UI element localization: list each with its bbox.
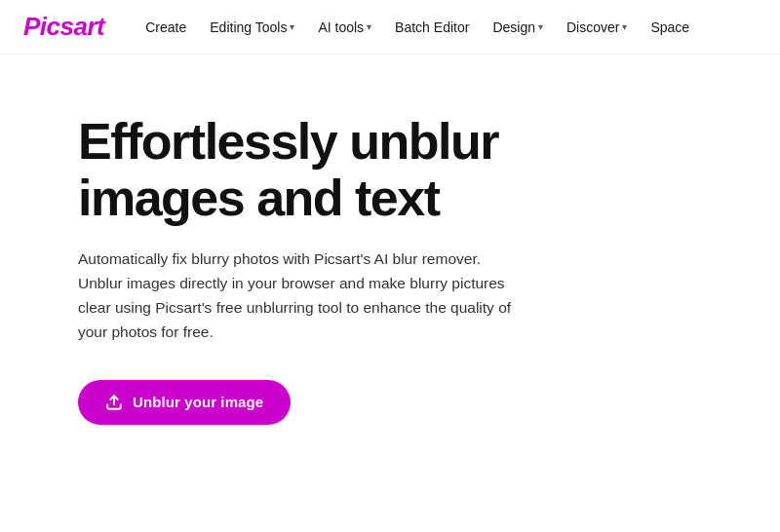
chevron-down-icon: ▾	[367, 21, 371, 32]
main-nav: Create Editing Tools ▾ AI tools ▾ Batch …	[136, 14, 757, 41]
site-header: Picsart Create Editing Tools ▾ AI tools …	[0, 0, 780, 55]
cta-label: Unblur your image	[133, 394, 263, 410]
nav-item-design[interactable]: Design ▾	[483, 14, 553, 41]
logo[interactable]: Picsart	[23, 12, 104, 42]
nav-item-ai-tools[interactable]: AI tools ▾	[308, 14, 381, 41]
hero-section: Effortlessly unblur images and text Auto…	[0, 55, 604, 464]
hero-description: Automatically fix blurry photos with Pic…	[78, 247, 526, 344]
chevron-down-icon: ▾	[622, 21, 627, 32]
upload-icon	[105, 394, 123, 411]
nav-item-create[interactable]: Create	[136, 14, 196, 41]
nav-item-discover[interactable]: Discover ▾	[557, 14, 637, 41]
nav-item-space[interactable]: Space	[641, 14, 699, 41]
unblur-cta-button[interactable]: Unblur your image	[78, 380, 291, 425]
chevron-down-icon: ▾	[290, 21, 294, 32]
nav-item-editing-tools[interactable]: Editing Tools ▾	[200, 14, 304, 41]
chevron-down-icon: ▾	[538, 21, 543, 32]
nav-item-batch-editor[interactable]: Batch Editor	[385, 14, 479, 41]
hero-title: Effortlessly unblur images and text	[78, 113, 526, 226]
